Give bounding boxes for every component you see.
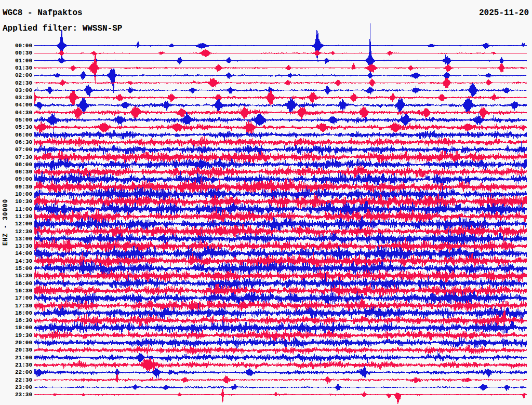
helicorder-plot xyxy=(0,0,532,405)
helicorder-page: WGC8 - Nafpaktos Applied filter: WWSSN-S… xyxy=(0,0,532,405)
